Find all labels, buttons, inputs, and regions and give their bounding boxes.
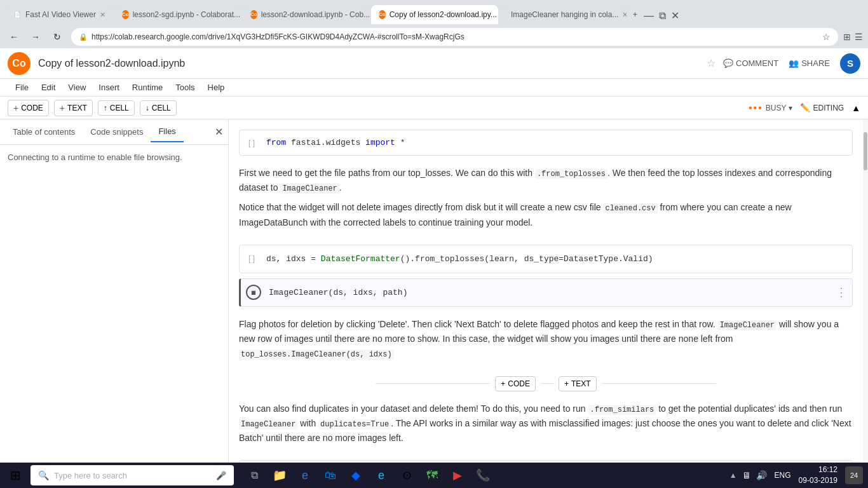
chrome-button[interactable]: ⊙ <box>397 465 417 485</box>
code-imagecleaner-1: ImageCleaner <box>280 184 339 194</box>
cell-1: [ ] from fastai.widgets import * <box>239 130 853 156</box>
cell-up-button[interactable]: ↑ CELL <box>98 100 135 116</box>
tab-1-close[interactable]: ✕ <box>100 11 105 19</box>
cell-down-button[interactable]: ↓ CELL <box>140 100 177 116</box>
tab-5-close[interactable]: ✕ <box>622 11 627 19</box>
tab-3[interactable]: Co lesson2-download.ipynb - Cob... ✕ <box>243 5 370 24</box>
back-button[interactable]: ← <box>5 28 23 46</box>
network-icon[interactable]: 🖥 <box>742 470 751 480</box>
close-window-button[interactable]: ✕ <box>671 10 679 22</box>
cast-button[interactable]: ⊞ <box>843 32 851 42</box>
busy-chevron-icon: ▾ <box>789 104 792 112</box>
minimize-button[interactable]: — <box>644 10 654 22</box>
maps-button[interactable]: 🗺 <box>422 465 442 485</box>
dropbox-button[interactable]: ◆ <box>346 465 366 485</box>
restore-button[interactable]: ⧉ <box>659 10 666 22</box>
ie-button[interactable]: e <box>371 465 391 485</box>
cell-1-bracket: [ ] <box>248 139 255 147</box>
editing-button[interactable]: ✏️ EDITING <box>800 103 844 112</box>
sidebar-close-button[interactable]: ✕ <box>215 126 223 138</box>
task-view-icon: ⧉ <box>251 470 258 481</box>
arrow-up-icon: ↑ <box>104 104 107 112</box>
colab-favicon-3: Co <box>250 10 257 19</box>
run-button-3[interactable]: ⏹ <box>246 285 261 300</box>
sys-icons: ▲ 🖥 🔊 <box>729 470 767 480</box>
tab-files[interactable]: Files <box>151 121 183 142</box>
new-tab-button[interactable]: + <box>628 5 642 24</box>
tab-snippets[interactable]: Code snippets <box>83 122 151 142</box>
store-button[interactable]: 🛍 <box>320 465 341 485</box>
code-cell-2[interactable]: [ ] ds, idxs = DatasetFormatter().from_t… <box>239 245 853 273</box>
para-2: Notice that the widget will not delete i… <box>239 200 853 229</box>
date-display: 09-03-2019 <box>799 475 837 486</box>
tab-toc[interactable]: Table of contents <box>5 122 83 142</box>
share-label: SHARE <box>801 58 830 68</box>
collapse-button[interactable]: ▲ <box>851 103 860 113</box>
notification-count: 24 <box>850 471 858 479</box>
add-code-divider-button[interactable]: + CODE <box>495 376 536 391</box>
menu-view[interactable]: View <box>63 80 91 95</box>
code-normal-1: fastai.widgets <box>291 138 365 147</box>
edge-button[interactable]: e <box>295 465 315 485</box>
bookmark-button[interactable]: ☆ <box>822 32 831 42</box>
start-button[interactable]: ⊞ <box>5 465 25 485</box>
cell-up-label: CELL <box>110 104 129 112</box>
tab-2[interactable]: Co lesson2-sgd.ipynb - Colaborat... ✕ <box>114 5 241 24</box>
zoom-button[interactable]: ☰ <box>855 32 863 42</box>
cell-3: ⏹ ImageCleaner(ds, idxs, path) ⋮ <box>239 278 853 307</box>
menu-edit[interactable]: Edit <box>36 80 60 95</box>
add-text-button[interactable]: + TEXT <box>54 100 93 116</box>
time-display: 16:12 <box>799 464 837 475</box>
plus-icon-text: + <box>60 103 65 113</box>
editing-label: EDITING <box>813 104 844 112</box>
star-button[interactable]: ☆ <box>707 57 715 69</box>
cell-down-label: CELL <box>152 104 171 112</box>
code-kw-from: from <box>266 138 286 147</box>
text-cell-1-content: First we need to get the file paths from… <box>239 161 853 240</box>
tab-4[interactable]: Co Copy of lesson2-download.ipy... ✕ <box>371 5 498 24</box>
volume-icon[interactable]: 🔊 <box>756 470 767 480</box>
cell-3-code: ImageCleaner(ds, idxs, path) <box>261 283 415 302</box>
task-view-button[interactable]: ⧉ <box>244 465 264 485</box>
phone-button[interactable]: 📞 <box>473 465 493 485</box>
document-favicon: 📄 <box>13 10 22 19</box>
forward-button[interactable]: → <box>27 28 44 46</box>
arrow-down-icon: ↓ <box>146 104 149 112</box>
notification-badge[interactable]: 24 <box>845 466 863 484</box>
menu-file[interactable]: File <box>10 80 34 95</box>
add-code-button[interactable]: + CODE <box>8 100 49 116</box>
add-text-divider-button[interactable]: + TEXT <box>559 376 597 391</box>
header-actions: 💬 COMMENT 👥 SHARE S <box>723 53 860 74</box>
media-button[interactable]: ▶ <box>447 465 468 485</box>
menu-runtime[interactable]: Runtime <box>127 80 168 95</box>
para-3: Flag photos for deletion by clicking 'De… <box>239 317 853 361</box>
share-button[interactable]: 👥 SHARE <box>789 58 830 68</box>
divider-line-right <box>602 383 716 384</box>
busy-label: BUSY <box>766 104 787 112</box>
divider-line-mid <box>541 383 553 384</box>
share-icon: 👥 <box>789 58 799 68</box>
scroll-thumb[interactable] <box>864 132 867 170</box>
refresh-button[interactable]: ↻ <box>48 28 66 46</box>
address-bar[interactable]: 🔒 https://colab.research.google.com/driv… <box>71 28 838 46</box>
taskbar-search[interactable]: 🔍 Type here to search 🎤 <box>31 465 234 485</box>
code-cell-3[interactable]: ⏹ ImageCleaner(ds, idxs, path) ⋮ <box>239 278 853 307</box>
code-cell-1[interactable]: [ ] from fastai.widgets import * <box>239 130 853 156</box>
tab-1[interactable]: 📄 Fast AI Video Viewer ✕ <box>5 5 113 24</box>
menu-tools[interactable]: Tools <box>170 80 200 95</box>
colab-logo-text: Co <box>12 58 25 69</box>
divider-text-label: TEXT <box>571 379 591 388</box>
menu-bar: File Edit View Insert Runtime Tools Help <box>0 79 868 97</box>
menu-insert[interactable]: Insert <box>93 80 125 95</box>
text-cell-2-content: Flag photos for deletion by clicking 'De… <box>239 312 853 371</box>
chrome-icon: ⊙ <box>402 468 412 482</box>
menu-help[interactable]: Help <box>203 80 230 95</box>
explorer-button[interactable]: 📁 <box>269 465 290 485</box>
cell-3-menu[interactable]: ⋮ <box>836 285 847 299</box>
expand-icon[interactable]: ▲ <box>729 471 737 480</box>
comment-button[interactable]: 💬 COMMENT <box>723 58 778 68</box>
user-avatar[interactable]: S <box>840 53 860 74</box>
tab-5[interactable]: ImageCleaner hanging in cola... ✕ <box>499 5 627 24</box>
busy-button[interactable]: ••• BUSY ▾ <box>749 102 793 114</box>
browser-chrome: 📄 Fast AI Video Viewer ✕ Co lesson2-sgd.… <box>0 0 868 25</box>
